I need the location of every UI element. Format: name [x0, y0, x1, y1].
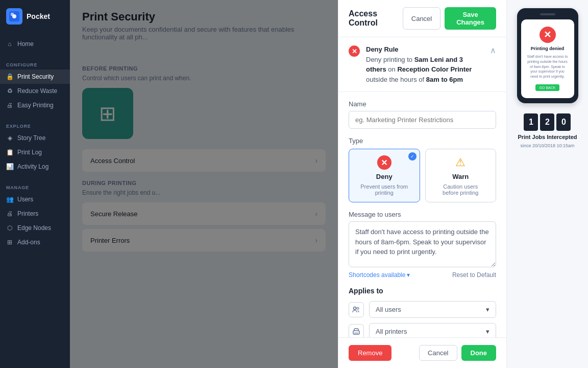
sidebar-item-story-tree[interactable]: ◈ Story Tree: [0, 131, 70, 145]
main-content: Print Security Keep your documents confi…: [70, 0, 338, 368]
phone-deny-title: Printing denied: [531, 46, 565, 51]
printers-icon: 🖨: [6, 210, 13, 217]
sidebar-item-reduce-waste[interactable]: ♻ Reduce Waste: [0, 84, 70, 98]
modal-container: Access Control Cancel Save Changes ✕ Den…: [338, 0, 588, 368]
right-panel: ✕ Printing denied Staff don't have acces…: [506, 0, 588, 368]
counter-digits: 1 2 0: [524, 113, 571, 131]
footer-right-buttons: Cancel Done: [419, 345, 496, 361]
message-label: Message to users: [349, 211, 496, 218]
home-icon: ⌂: [6, 40, 13, 48]
save-changes-button[interactable]: Save Changes: [445, 7, 496, 30]
logo-icon: [6, 8, 22, 25]
counter-digit-2: 2: [540, 113, 554, 131]
sidebar-item-label: Print Log: [17, 149, 42, 156]
sidebar-item-home[interactable]: ⌂ Home: [0, 37, 70, 51]
name-input[interactable]: [349, 111, 496, 129]
svg-rect-6: [354, 332, 358, 334]
footer-cancel-button[interactable]: Cancel: [419, 345, 457, 361]
sidebar-item-activity-log[interactable]: 📊 Activity Log: [0, 159, 70, 174]
counter-section: 1 2 0 Print Jobs Intercepted since 20/10…: [518, 113, 577, 148]
warn-option-label: Warn: [452, 173, 469, 180]
type-warn-option[interactable]: ⚠ Warn Caution users before printing: [425, 149, 497, 202]
shortcodes-button[interactable]: Shortcodes available ▾: [349, 271, 410, 279]
deny-rule-outside: outside the hours of: [366, 76, 426, 83]
users-select[interactable]: All users ▾: [369, 301, 496, 318]
message-section: Message to users Staff don't have access…: [338, 211, 506, 287]
phone-mockup: ✕ Printing denied Staff don't have acces…: [517, 8, 578, 103]
deny-option-sublabel: Prevent users from printing: [359, 183, 409, 196]
app-logo: Pocket: [0, 0, 70, 33]
deny-option-label: Deny: [376, 173, 393, 180]
modal-header-buttons: Cancel Save Changes: [403, 7, 496, 30]
sidebar-item-edge-nodes[interactable]: ⬡ Edge Nodes: [0, 221, 70, 235]
deny-option-icon: ✕: [377, 155, 391, 170]
printers-value: All printers: [376, 328, 407, 335]
manage-label: MANAGE: [0, 182, 70, 192]
sidebar-item-print-log[interactable]: 📋 Print Log: [0, 145, 70, 159]
deny-rule-hours: 8am to 6pm: [426, 76, 463, 83]
type-deny-option[interactable]: ✓ ✕ Deny Prevent users from printing: [349, 149, 420, 202]
printers-select[interactable]: All printers ▾: [369, 323, 496, 337]
cancel-button[interactable]: Cancel: [403, 7, 440, 30]
users-value: All users: [376, 306, 401, 313]
modal-title: Access Control: [349, 9, 403, 28]
easy-printing-icon: 🖨: [6, 102, 13, 109]
sidebar-item-label: Add-ons: [17, 239, 40, 246]
phone-screen: ✕ Printing denied Staff don't have acces…: [521, 19, 574, 98]
app-name: Pocket: [27, 12, 50, 20]
sidebar-item-users[interactable]: 👥 Users: [0, 192, 70, 206]
done-button[interactable]: Done: [461, 345, 497, 361]
deny-rule-text: Deny Rule Deny printing to Sam Leni and …: [366, 44, 484, 84]
sidebar-item-print-security[interactable]: 🔒 Print Security: [0, 70, 70, 84]
users-icon: 👥: [6, 196, 13, 203]
phone-deny-icon: ✕: [540, 27, 556, 43]
modal-header: Access Control Cancel Save Changes: [338, 0, 506, 37]
reset-default-button[interactable]: Reset to Default: [452, 271, 496, 279]
deny-rule-title: Deny Rule: [366, 45, 399, 53]
message-textarea[interactable]: Staff don't have access to printing outs…: [349, 221, 496, 267]
counter-digit-1: 1: [524, 113, 538, 131]
deny-rule-on: on: [386, 65, 398, 73]
sidebar-item-label: Easy Printing: [17, 102, 54, 109]
modal-footer: Remove Cancel Done: [338, 337, 506, 368]
remove-button[interactable]: Remove: [349, 345, 391, 361]
sidebar-section-configure: CONFIGURE 🔒 Print Security ♻ Reduce Wast…: [0, 55, 70, 117]
sidebar-item-easy-printing[interactable]: 🖨 Easy Printing: [0, 98, 70, 112]
deny-rule-prefix: Deny printing to: [366, 56, 414, 63]
svg-point-4: [357, 307, 359, 309]
counter-label: Print Jobs Intercepted: [518, 134, 577, 140]
story-tree-icon: ◈: [6, 134, 13, 142]
reduce-waste-icon: ♻: [6, 87, 13, 95]
deny-rule-section: ✕ Deny Rule Deny printing to Sam Leni an…: [338, 37, 506, 92]
sidebar-item-label: Story Tree: [17, 134, 45, 142]
sidebar-section-home: ⌂ Home: [0, 33, 70, 55]
counter-sublabel: since 20/10/2018 10:15am: [520, 143, 574, 148]
type-label: Type: [349, 137, 496, 145]
print-security-icon: 🔒: [6, 73, 13, 80]
sidebar-section-manage: MANAGE 👥 Users 🖨 Printers ⬡ Edge Nodes ⊞…: [0, 178, 70, 254]
collapse-icon[interactable]: ∧: [490, 45, 496, 55]
sidebar-item-add-ons[interactable]: ⊞ Add-ons: [0, 235, 70, 249]
name-section: Name: [338, 92, 506, 137]
type-section: Type ✓ ✕ Deny Prevent users from printin…: [338, 137, 506, 211]
users-row-icon: [349, 302, 364, 317]
sidebar-item-printers[interactable]: 🖨 Printers: [0, 206, 70, 221]
printers-row-icon: [349, 324, 364, 338]
sidebar: Pocket ⌂ Home CONFIGURE 🔒 Print Security…: [0, 0, 70, 368]
svg-rect-2: [11, 13, 14, 16]
sidebar-item-label: Activity Log: [17, 163, 48, 170]
phone-go-back-button: GO BACK: [535, 84, 560, 91]
modal-overlay: [70, 0, 338, 368]
sidebar-section-explore: EXPLORE ◈ Story Tree 📋 Print Log 📊 Activ…: [0, 117, 70, 178]
sidebar-item-label: Users: [17, 196, 33, 203]
counter-digit-3: 0: [556, 113, 571, 131]
shortcodes-label: Shortcodes available: [349, 271, 405, 279]
shortcodes-row: Shortcodes available ▾ Reset to Default: [349, 271, 496, 279]
applies-section: Applies to All users ▾: [338, 287, 506, 337]
applies-label: Applies to: [349, 287, 496, 295]
activity-log-icon: 📊: [6, 163, 13, 170]
print-log-icon: 📋: [6, 149, 13, 156]
warn-option-icon: ⚠: [453, 155, 468, 170]
home-label: Home: [17, 40, 34, 48]
warn-option-sublabel: Caution users before printing: [436, 183, 486, 196]
